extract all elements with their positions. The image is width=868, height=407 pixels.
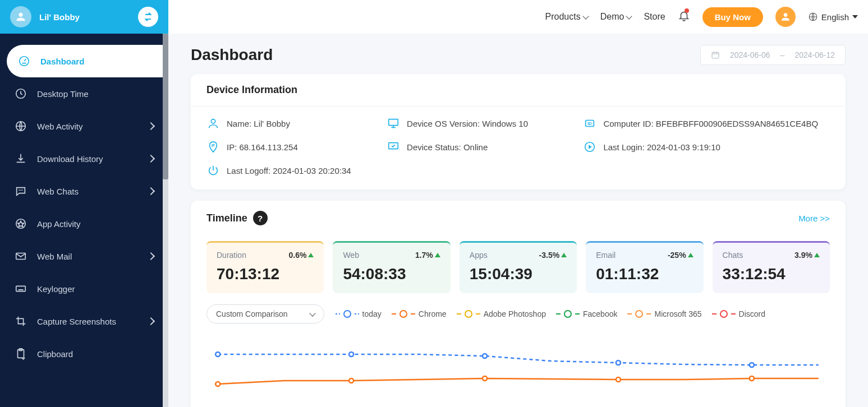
mail-icon [15, 250, 27, 262]
legend-item[interactable]: Discord [712, 309, 765, 318]
chart-point [349, 378, 353, 383]
tile-web[interactable]: Web1.7%54:08:33 [333, 241, 450, 293]
tile-pct: 0.6% [288, 251, 314, 260]
info-id: IDComputer ID: BFEBFBFF000906EDSS9AN8465… [583, 117, 830, 130]
arrow-up-icon [688, 253, 694, 257]
tile-label: Email [596, 251, 616, 260]
sidebar-item-clipboard[interactable]: Clipboard [0, 337, 168, 370]
person-icon [780, 11, 791, 22]
legend-label: today [362, 309, 382, 318]
nav-products-label: Products [545, 12, 581, 22]
arrow-up-icon [308, 253, 314, 257]
power-icon [206, 164, 220, 177]
legend-item[interactable]: today [336, 309, 382, 318]
sidebar-item-desktop-time[interactable]: Desktop Time [0, 77, 168, 110]
tile-label: Web [343, 251, 359, 260]
legend-item[interactable]: Adobe Photoshop [457, 309, 546, 318]
crop-icon [15, 315, 27, 327]
legend-dot [635, 310, 643, 318]
tile-pct: -3.5% [539, 251, 567, 260]
globe-icon [15, 120, 27, 132]
sidebar-item-label: Web Mail [37, 252, 72, 261]
sidebar-item-web-chats[interactable]: Web Chats [0, 175, 168, 207]
swap-button[interactable] [138, 7, 158, 27]
scrollbar-thumb[interactable] [163, 34, 168, 179]
chart-point [616, 360, 621, 365]
device-info-title: Device Information [206, 84, 297, 96]
compare-dropdown[interactable]: Custom Comparison [206, 304, 324, 323]
arrow-up-icon [814, 253, 820, 257]
legend-label: Chrome [419, 309, 447, 318]
sidebar-item-web-activity[interactable]: Web Activity [0, 110, 168, 142]
sidebar-scrollbar[interactable] [163, 34, 168, 407]
app-icon [15, 218, 27, 230]
chart-point [750, 376, 754, 381]
svg-rect-8 [16, 286, 26, 291]
legend-item[interactable]: Microsoft 365 [627, 309, 701, 318]
legend-item[interactable]: Chrome [392, 309, 447, 318]
main-area: Products Demo Store Buy Now English Dash… [168, 0, 868, 407]
notifications-button[interactable] [678, 10, 690, 24]
sidebar-item-label: App Activity [37, 219, 81, 229]
person-icon [15, 11, 27, 23]
nav-demo[interactable]: Demo [600, 12, 632, 22]
device-info-grid: Name: Lil' Bobby Device OS Version: Wind… [191, 107, 846, 189]
tile-apps[interactable]: Apps-3.5%15:04:39 [460, 241, 577, 293]
arrow-up-icon [435, 253, 440, 257]
legend-dot [343, 310, 351, 318]
sidebar-item-label: Download History [37, 154, 103, 164]
legend-dot [465, 310, 472, 318]
info-login: Last Login: 2024-01-03 9:19:10 [583, 140, 830, 154]
sidebar-item-label: Web Chats [37, 187, 79, 196]
ip-icon: IP [206, 140, 220, 154]
page-title: Dashboard [191, 46, 273, 64]
info-os: Device OS Version: Windows 10 [387, 117, 567, 130]
language-selector[interactable]: English [808, 12, 858, 22]
chevron-right-icon [147, 155, 155, 163]
id-icon: ID [583, 117, 596, 130]
sidebar-item-label: Capture Screenshots [37, 317, 116, 326]
legend-item[interactable]: Facebook [556, 309, 617, 318]
date-range-picker[interactable]: 2024-06-06 – 2024-06-12 [700, 45, 846, 65]
chevron-down-icon [626, 13, 632, 19]
chart-area: Custom Comparison todayChromeAdobe Photo… [191, 304, 846, 407]
play-circle-icon [583, 140, 596, 154]
legend-label: Adobe Photoshop [484, 309, 546, 318]
nav-products[interactable]: Products [545, 12, 588, 22]
info-ip: IPIP: 68.164.113.254 [206, 140, 371, 154]
tile-pct: 3.9% [794, 251, 820, 260]
chart-point [483, 376, 487, 381]
sidebar: Lil' Bobby DashboardDesktop TimeWeb Acti… [0, 0, 168, 407]
sidebar-item-label: Desktop Time [37, 89, 89, 99]
sidebar-item-dashboard[interactable]: Dashboard [7, 45, 168, 77]
help-icon[interactable]: ? [253, 211, 268, 225]
chevron-down-icon [309, 310, 315, 316]
info-name: Name: Lil' Bobby [206, 117, 371, 130]
info-status: Device Status: Online [387, 140, 567, 154]
tile-chats[interactable]: Chats3.9%33:12:54 [713, 241, 830, 293]
tile-duration[interactable]: Duration0.6%70:13:12 [206, 241, 324, 293]
chat-icon [15, 185, 27, 197]
tile-pct: -25% [668, 251, 694, 260]
tile-email[interactable]: Email-25%01:11:32 [586, 241, 703, 293]
sidebar-item-web-mail[interactable]: Web Mail [0, 240, 168, 272]
legend-label: Microsoft 365 [654, 309, 701, 318]
globe-icon [808, 12, 818, 22]
tile-label: Apps [470, 251, 488, 260]
monitor-icon [387, 117, 400, 130]
chevron-right-icon [147, 187, 155, 195]
more-link[interactable]: More >> [798, 214, 830, 223]
profile-button[interactable] [775, 7, 796, 27]
chevron-right-icon [147, 122, 155, 130]
sidebar-item-label: Web Activity [37, 122, 82, 131]
topbar: Products Demo Store Buy Now English [168, 0, 868, 34]
buy-now-button[interactable]: Buy Now [702, 7, 763, 27]
date-to: 2024-06-12 [794, 50, 835, 59]
nav-store[interactable]: Store [644, 12, 665, 22]
sidebar-item-capture-screenshots[interactable]: Capture Screenshots [0, 305, 168, 337]
status-icon [387, 140, 400, 154]
sidebar-item-keylogger[interactable]: Keylogger [0, 272, 168, 305]
sidebar-item-app-activity[interactable]: App Activity [0, 207, 168, 240]
user-avatar[interactable] [10, 6, 31, 27]
sidebar-item-download-history[interactable]: Download History [0, 142, 168, 175]
